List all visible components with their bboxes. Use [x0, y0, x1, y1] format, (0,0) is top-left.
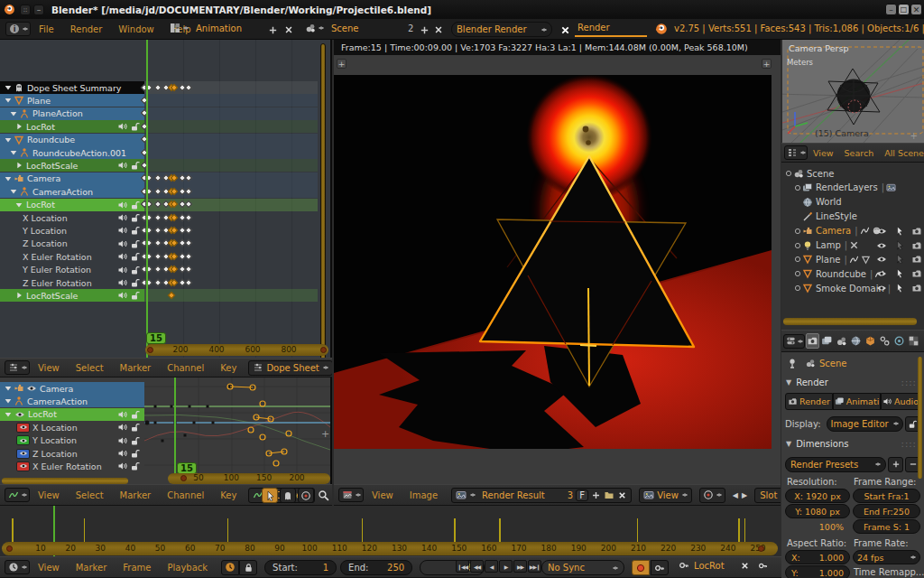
- scroll-handle-dot[interactable]: [147, 347, 153, 353]
- cursor-icon[interactable]: [894, 283, 904, 293]
- timeline-menu-marker[interactable]: Marker: [76, 563, 107, 573]
- properties-tab-object-icon[interactable]: [864, 333, 877, 349]
- jump-start-button[interactable]: ❙◀◀: [456, 560, 469, 573]
- expander-down-icon[interactable]: [14, 200, 23, 210]
- keyframe-diamond[interactable]: [185, 200, 192, 208]
- channel-name-box[interactable]: Z Location: [0, 238, 144, 250]
- keying-set-label[interactable]: LocRot: [694, 561, 725, 571]
- keyframe-diamond[interactable]: [153, 252, 161, 259]
- editor-type-button[interactable]: [783, 334, 805, 349]
- keyframe-diamond[interactable]: [185, 213, 192, 220]
- sync-mode-dropdown[interactable]: No Sync: [541, 560, 624, 575]
- image-users-count[interactable]: 3: [568, 490, 573, 500]
- editor-type-button[interactable]: [784, 145, 808, 160]
- speaker-icon[interactable]: [117, 200, 128, 210]
- dope-channel-row[interactable]: Dope Sheet Summary: [0, 81, 318, 94]
- outliner-item-lamp[interactable]: Lamp|: [781, 238, 924, 253]
- eye-icon[interactable]: [19, 461, 28, 471]
- outliner-item-label[interactable]: RenderLayers: [816, 182, 878, 192]
- channel-name-box[interactable]: LocRotScale: [0, 289, 144, 302]
- dope-menu-marker[interactable]: Marker: [120, 363, 152, 373]
- dope-channel-row[interactable]: CameraAction: [0, 185, 318, 198]
- dope-ruler-scrollbar[interactable]: 200400600800: [145, 344, 328, 356]
- expander-down-icon[interactable]: [4, 384, 13, 393]
- channel-name-box[interactable]: Camera: [0, 172, 144, 185]
- resolution-field[interactable]: 100%: [785, 519, 850, 534]
- graph-channel-row[interactable]: Z Location: [0, 447, 144, 460]
- keyframe-diamond[interactable]: [153, 174, 161, 182]
- anim-icon[interactable]: [849, 255, 859, 265]
- magnifier-icon[interactable]: [318, 489, 329, 501]
- editor-type-button[interactable]: [5, 488, 30, 502]
- region-expand-left[interactable]: +: [337, 59, 346, 69]
- properties-tab-layers-icon[interactable]: [820, 333, 834, 349]
- resolution-field[interactable]: X: 1920 px: [785, 489, 850, 503]
- lock-open-icon[interactable]: [130, 422, 141, 433]
- layout-delete-button[interactable]: [283, 24, 294, 35]
- scroll-handle-dot[interactable]: [758, 545, 764, 552]
- window-shade-button[interactable]: –: [33, 5, 44, 15]
- render-icon[interactable]: [911, 268, 922, 279]
- outliner-item-world[interactable]: World: [781, 195, 924, 210]
- plus-icon[interactable]: [591, 490, 601, 500]
- close-button[interactable]: ✕: [910, 4, 922, 15]
- channel-name-box[interactable]: LocRot: [0, 199, 144, 211]
- lock-open-icon[interactable]: [130, 200, 141, 210]
- autokey-mode-button[interactable]: [651, 560, 669, 575]
- channel-name-box[interactable]: LocRotScale: [0, 159, 144, 172]
- current-frame-line[interactable]: [146, 40, 148, 358]
- speaker-icon[interactable]: [117, 121, 128, 132]
- eye-icon[interactable]: [876, 268, 887, 279]
- speaker-icon[interactable]: [117, 290, 128, 301]
- x-icon[interactable]: [617, 490, 627, 500]
- expander-down-icon[interactable]: [9, 148, 18, 157]
- cursor-dim-icon[interactable]: [894, 254, 904, 264]
- outliner-item-plane[interactable]: Plane|: [781, 252, 924, 266]
- graph-channel-row[interactable]: CameraAction: [0, 395, 144, 407]
- graph-channel-scrollbar[interactable]: [2, 478, 128, 484]
- keyframe-diamond[interactable]: [185, 278, 192, 285]
- graph-ruler-scrollbar[interactable]: 50100150200: [168, 473, 330, 484]
- outliner-item-label[interactable]: World: [816, 197, 842, 207]
- lock-open-icon[interactable]: [130, 435, 141, 446]
- graph-menu-select[interactable]: Select: [76, 490, 104, 500]
- scene-selector[interactable]: Scene: [305, 23, 359, 33]
- layout-name[interactable]: Animation: [196, 23, 242, 33]
- editor-type-selector[interactable]: i: [5, 22, 31, 36]
- channel-name-box[interactable]: Plane: [0, 94, 144, 107]
- properties-tab-world-icon[interactable]: [849, 333, 863, 349]
- current-frame-badge[interactable]: 15: [146, 332, 166, 344]
- normalize-tool-button[interactable]: [298, 488, 314, 503]
- scene-name[interactable]: Scene: [331, 23, 359, 33]
- expander-down-icon[interactable]: [4, 96, 13, 105]
- lock-open-icon[interactable]: [130, 461, 141, 471]
- graph-menu-channel[interactable]: Channel: [167, 490, 204, 500]
- ghost-tool-button[interactable]: [280, 488, 296, 503]
- expander-down-icon[interactable]: [9, 187, 18, 196]
- image-view-selector[interactable]: View: [639, 488, 692, 503]
- scene-delete-button[interactable]: [433, 24, 444, 35]
- prev-frame-button[interactable]: ◀: [485, 560, 498, 573]
- lock-open-icon[interactable]: [130, 277, 141, 288]
- start-frame-field[interactable]: Start:1: [264, 560, 337, 575]
- image-icon[interactable]: [886, 182, 896, 192]
- play-button[interactable]: ▶: [499, 560, 513, 573]
- graph-channel-row[interactable]: X Location: [0, 421, 144, 434]
- keyframe-diamond[interactable]: [185, 239, 192, 247]
- dope-channel-row[interactable]: LocRotScale: [0, 289, 318, 302]
- channel-name-box[interactable]: LocRot: [0, 408, 144, 421]
- lock-open-icon[interactable]: [130, 238, 141, 249]
- keyframe-diamond[interactable]: [185, 252, 192, 259]
- region-expand-right[interactable]: +: [762, 59, 772, 69]
- layout-add-button[interactable]: [267, 24, 278, 35]
- dope-menu-key[interactable]: Key: [220, 363, 236, 373]
- channel-name-box[interactable]: Z Location: [0, 447, 144, 460]
- channel-name-box[interactable]: X Location: [0, 421, 144, 434]
- render-panel-header[interactable]: ▼Render::::: [783, 375, 919, 389]
- scroll-handle-dot[interactable]: [180, 475, 187, 481]
- preview-range-toggle[interactable]: [221, 560, 239, 575]
- outliner-item-smoke-domain[interactable]: Smoke Domain|: [781, 281, 924, 295]
- graph-menu-key[interactable]: Key: [220, 490, 236, 500]
- render-icon[interactable]: [911, 283, 922, 294]
- scroll-handle-dot[interactable]: [6, 545, 13, 552]
